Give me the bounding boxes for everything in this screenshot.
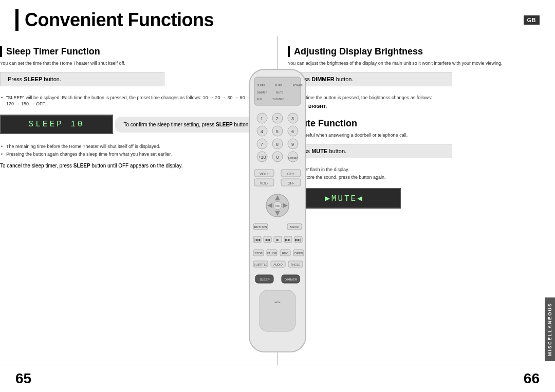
remote-control: SLEEP PL/PR POWER DIMMER MUTE AUX TV/VID… bbox=[244, 67, 311, 367]
svg-rect-80 bbox=[260, 290, 295, 331]
main-content: Sleep Timer Function You can set the tim… bbox=[0, 36, 555, 365]
svg-text:0: 0 bbox=[276, 155, 279, 160]
sleep-bullet-item: "SLEEP" will be displayed. Each time the… bbox=[0, 95, 267, 107]
svg-text:VOL+: VOL+ bbox=[260, 172, 269, 176]
svg-text:Replay: Replay bbox=[288, 156, 298, 159]
dimmer-suffix: button. bbox=[335, 76, 354, 82]
confirm-box: To confirm the sleep timer setting, pres… bbox=[115, 117, 258, 133]
sleep-instruction-box: Press SLEEP button. bbox=[0, 72, 164, 86]
svg-text:PL/PR: PL/PR bbox=[275, 84, 283, 87]
cancel-text: To cancel the sleep timer, press SLEEP b… bbox=[0, 162, 267, 170]
mute-bullet-2: To restore the sound, press the button a… bbox=[288, 174, 555, 181]
svg-text:DIMMER: DIMMER bbox=[285, 278, 298, 281]
dimmer-bold: DIMMER bbox=[311, 76, 335, 82]
svg-text:ANGLE: ANGLE bbox=[291, 263, 301, 266]
svg-text:7: 7 bbox=[261, 142, 263, 147]
misc-tab: MISCELLANEOUS bbox=[545, 297, 555, 361]
page-number-left: 65 bbox=[15, 370, 31, 387]
gb-badge: GB bbox=[524, 15, 540, 25]
svg-text:TV/VIDEO: TV/VIDEO bbox=[272, 98, 284, 101]
right-section: Adjusting Display Brightness You can adj… bbox=[278, 36, 555, 365]
remote-svg: SLEEP PL/PR POWER DIMMER MUTE AUX TV/VID… bbox=[244, 67, 311, 365]
svg-text:extra: extra bbox=[274, 301, 280, 304]
svg-text:VOL-: VOL- bbox=[260, 181, 269, 185]
svg-text:▶▶: ▶▶ bbox=[285, 238, 291, 241]
sleep-suffix: button. bbox=[42, 76, 61, 82]
svg-text:|◀◀: |◀◀ bbox=[254, 238, 261, 242]
brightness-bullet-list: Each time the button is pressed, the bri… bbox=[288, 95, 555, 101]
confirm-text: To confirm the sleep timer setting, pres… bbox=[123, 122, 216, 127]
mute-bullet-1: 'MUTE' flash in the display. bbox=[288, 166, 555, 173]
remain-bullet-list: The remaining time before the Home Theat… bbox=[0, 143, 267, 158]
svg-text:3: 3 bbox=[291, 116, 294, 121]
svg-text:8: 8 bbox=[276, 142, 279, 147]
svg-text:OK: OK bbox=[275, 204, 280, 208]
sleep-display-screen: SLEEP 10 bbox=[0, 115, 113, 134]
page: Convenient Functions GB Sleep Timer Func… bbox=[0, 0, 555, 392]
svg-text:DIMMER: DIMMER bbox=[257, 91, 268, 94]
dark-bright-label: DARK → BRIGHT. bbox=[288, 104, 555, 109]
svg-text:MUTE: MUTE bbox=[276, 91, 284, 94]
brightness-desc: You can adjust the brightness of the dis… bbox=[288, 60, 555, 67]
svg-text:+10: +10 bbox=[258, 155, 266, 160]
cancel-text1: To cancel the sleep timer, press bbox=[0, 163, 73, 169]
header: Convenient Functions GB bbox=[0, 0, 555, 36]
confirm-bold: SLEEP bbox=[216, 122, 233, 127]
mute-title: Mute Function bbox=[288, 118, 555, 129]
svg-text:▶▶|: ▶▶| bbox=[295, 238, 301, 242]
sleep-instruction-text: Press bbox=[8, 76, 24, 82]
svg-text:9: 9 bbox=[291, 142, 294, 147]
sleep-timer-section: Sleep Timer Function You can set the tim… bbox=[0, 36, 278, 365]
svg-text:SLEEP: SLEEP bbox=[260, 278, 269, 281]
sleep-timer-title: Sleep Timer Function bbox=[0, 46, 267, 57]
cancel-text2: button until OFF appears on the display. bbox=[90, 163, 183, 169]
svg-text:REC: REC bbox=[282, 252, 289, 255]
mute-bullet-list: 'MUTE' flash in the display. To restore … bbox=[288, 166, 555, 181]
mute-bold: MUTE bbox=[311, 148, 327, 154]
brightness-title: Adjusting Display Brightness bbox=[288, 46, 555, 57]
sleep-timer-desc: You can set the time that the Home Theat… bbox=[0, 60, 267, 67]
svg-text:STOP: STOP bbox=[254, 252, 263, 255]
svg-text:SLEEP: SLEEP bbox=[257, 84, 266, 87]
brightness-bullet: Each time the button is pressed, the bri… bbox=[288, 95, 555, 101]
sleep-bold: SLEEP bbox=[24, 76, 42, 82]
svg-text:4: 4 bbox=[261, 129, 263, 134]
dimmer-instruction-box: Press DIMMER button. bbox=[288, 72, 452, 86]
svg-text:OPEN: OPEN bbox=[294, 252, 303, 255]
svg-text:CH+: CH+ bbox=[287, 172, 294, 176]
svg-text:6: 6 bbox=[291, 129, 294, 134]
svg-text:RETURN: RETURN bbox=[254, 226, 267, 229]
svg-text:1: 1 bbox=[261, 116, 263, 121]
svg-text:CH-: CH- bbox=[288, 181, 294, 185]
cancel-bold: SLEEP bbox=[73, 163, 90, 169]
footer: 65 66 bbox=[0, 365, 555, 392]
svg-text:POWER: POWER bbox=[293, 84, 303, 87]
svg-text:MENU: MENU bbox=[290, 226, 299, 229]
mute-suffix: button. bbox=[327, 148, 346, 154]
svg-text:◀◀: ◀◀ bbox=[265, 238, 270, 241]
page-title: Convenient Functions bbox=[15, 9, 214, 31]
page-number-right: 66 bbox=[524, 370, 540, 387]
mute-instruction-box: Press MUTE button. bbox=[288, 144, 452, 158]
svg-text:2: 2 bbox=[276, 116, 279, 121]
svg-text:SUBTITLE: SUBTITLE bbox=[254, 263, 268, 266]
svg-text:5: 5 bbox=[276, 129, 279, 134]
remain-bullet-1: The remaining time before the Home Theat… bbox=[0, 143, 267, 150]
mute-desc: This is useful when answering a doorbell… bbox=[288, 132, 555, 139]
sleep-bullet-list: "SLEEP" will be displayed. Each time the… bbox=[0, 95, 267, 107]
svg-text:AUX: AUX bbox=[257, 98, 263, 101]
svg-text:PAUSE: PAUSE bbox=[267, 252, 277, 255]
remain-bullet-2: Pressing the button again changes the sl… bbox=[0, 151, 267, 158]
svg-text:AUDIO: AUDIO bbox=[273, 263, 283, 266]
